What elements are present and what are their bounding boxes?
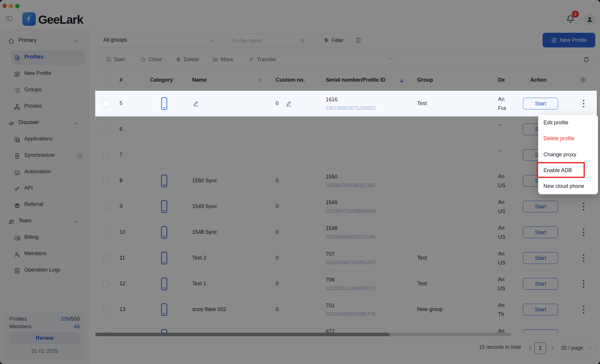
dim-overlay <box>0 116 600 364</box>
dim-overlay <box>0 91 95 116</box>
serial-number: 1616 <box>326 97 338 103</box>
row-menu-dots-icon[interactable] <box>580 98 587 109</box>
enable-adb-annotation-box <box>537 162 585 178</box>
menu-item-edit-profile[interactable]: Edit profile <box>538 115 598 131</box>
table-row[interactable]: 5 0 1616 535230952071233922 Test AnFra S… <box>95 91 597 116</box>
dim-overlay <box>597 91 600 116</box>
menu-item-change-proxy[interactable]: Change proxy <box>538 147 598 162</box>
start-button[interactable]: Start <box>523 98 558 109</box>
row-context-menu: Edit profile Delete profile Change proxy… <box>538 115 598 194</box>
dim-overlay <box>0 0 600 91</box>
edit-name-pencil-icon[interactable] <box>192 99 200 107</box>
menu-item-delete-profile[interactable]: Delete profile <box>538 131 598 146</box>
edit-custom-pencil-icon[interactable] <box>285 99 293 107</box>
app-window: GeeLark 2 Primary Profiles New Profile G… <box>0 0 600 364</box>
profile-id[interactable]: 535230952071233922 <box>326 105 376 111</box>
row-checkbox[interactable] <box>103 101 109 107</box>
menu-item-new-cloud-phone[interactable]: New cloud phone <box>538 178 598 194</box>
phone-icon <box>160 96 168 111</box>
